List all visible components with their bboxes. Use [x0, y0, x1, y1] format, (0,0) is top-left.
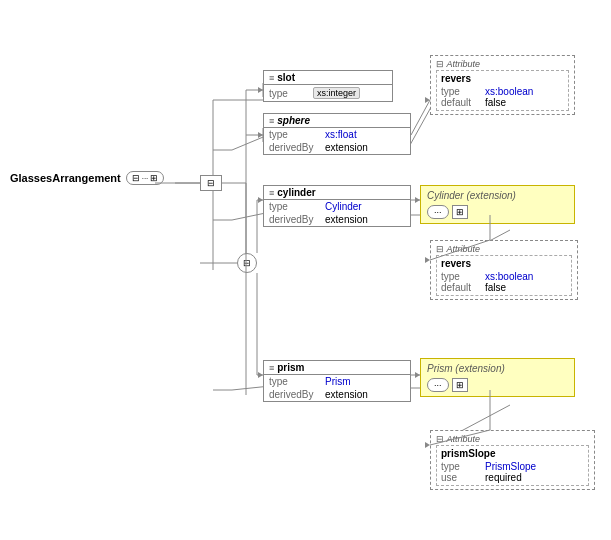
prism-attribute-box: ⊟ Attribute prismSlope type PrismSlope u…	[430, 430, 595, 490]
prism-box: ≡ prism type Prism derivedBy extension	[263, 360, 411, 402]
main-node-title: GlassesArrangement	[10, 172, 121, 184]
sphere-attribute-box: ⊟ Attribute revers type xs:boolean defau…	[430, 55, 575, 115]
sphere-title: sphere	[277, 115, 310, 126]
sphere-attr-title: revers	[441, 73, 564, 84]
slot-type-row: type xs:integer	[264, 85, 392, 101]
slot-box-header: ≡ slot	[264, 71, 392, 85]
cylinder-box: ≡ cylinder type Cylinder derivedBy exten…	[263, 185, 411, 227]
sequence-connector-1: ⊟	[200, 175, 222, 191]
cylinder-box-header: ≡ cylinder	[264, 186, 410, 200]
choice-connector: ⊟	[237, 253, 257, 273]
cylinder-attribute-box: ⊟ Attribute revers type xs:boolean defau…	[430, 240, 578, 300]
sphere-box: ≡ sphere type xs:float derivedBy extensi…	[263, 113, 411, 155]
cylinder-ext-title: Cylinder (extension)	[427, 190, 568, 201]
prism-box-header: ≡ prism	[264, 361, 410, 375]
sphere-box-header: ≡ sphere	[264, 114, 410, 128]
prism-attr-title: prismSlope	[441, 448, 584, 459]
cylinder-attr-title: revers	[441, 258, 567, 269]
main-node-label: GlassesArrangement ⊟ ··· ⊞	[10, 171, 164, 185]
cylinder-extension-box: Cylinder (extension) ··· ⊞	[420, 185, 575, 224]
prism-title: prism	[277, 362, 304, 373]
prism-ext-title: Prism (extension)	[427, 363, 568, 374]
slot-title: slot	[277, 72, 295, 83]
main-connector-pill: ⊟ ··· ⊞	[126, 171, 165, 185]
cylinder-title: cylinder	[277, 187, 315, 198]
slot-box: ≡ slot type xs:integer	[263, 70, 393, 102]
diagram-container: GlassesArrangement ⊟ ··· ⊞ ⊟ ⊟ ≡ slot ty…	[0, 0, 611, 540]
prism-extension-box: Prism (extension) ··· ⊞	[420, 358, 575, 397]
